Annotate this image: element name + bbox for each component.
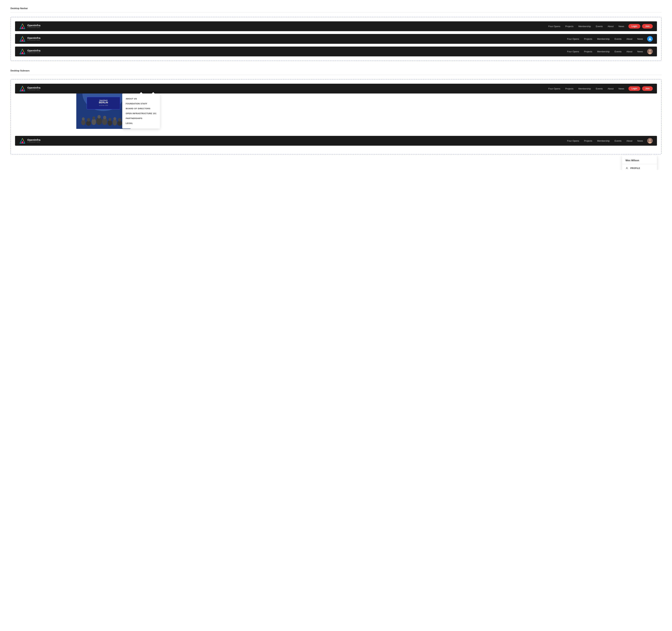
svg-point-27: [92, 116, 95, 120]
person-icon: [625, 167, 628, 170]
nav-news-s1[interactable]: News: [619, 87, 624, 90]
nav-projects-s1[interactable]: Projects: [565, 87, 574, 90]
nav-about-2[interactable]: About: [626, 38, 632, 40]
about-dropdown-area: OpenStack BERLIN 13-15 Nov. 2018: [15, 93, 657, 129]
navbar-logged-out: OpenInfra FOUNDATION Four Opens Projects…: [15, 21, 657, 31]
nav-links-s1: Four Opens Projects Membership Events Ab…: [548, 87, 624, 90]
subnav-examples-container: OpenInfra FOUNDATION Four Opens Projects…: [10, 79, 662, 155]
svg-point-36: [117, 121, 122, 126]
logo-text-s2: OpenInfra FOUNDATION: [27, 139, 41, 143]
nav-projects-s2[interactable]: Projects: [584, 140, 592, 142]
nav-links-1: Four Opens Projects Membership Events Ab…: [548, 25, 624, 28]
svg-line-2: [22, 24, 24, 27]
svg-marker-41: [21, 141, 24, 143]
join-button-s1[interactable]: Join: [642, 86, 653, 91]
navbar-logged-in-generic: OpenInfra FOUNDATION Four Opens Projects…: [15, 34, 657, 44]
nav-events-1[interactable]: Events: [596, 25, 603, 28]
nav-projects-3[interactable]: Projects: [584, 50, 592, 53]
nav-membership-1[interactable]: Membership: [578, 25, 591, 28]
avatar-photo-s2[interactable]: [647, 138, 653, 144]
logo-icon-s2: [19, 138, 26, 144]
svg-point-12: [648, 52, 651, 54]
dropdown-open-infra-101[interactable]: OPEN INFRASTRUCTURE 101: [122, 111, 160, 116]
logo-icon-3: [19, 48, 26, 55]
nav-events-3[interactable]: Events: [615, 50, 622, 53]
svg-point-25: [87, 118, 90, 121]
logo-text-1: OpenInfra FOUNDATION: [27, 24, 41, 28]
svg-line-15: [22, 86, 24, 89]
svg-line-42: [22, 138, 24, 141]
dropdown-foundation-staff[interactable]: FOUNDATION STAFF: [122, 101, 160, 106]
nav-actions-3: [647, 49, 653, 54]
nav-four-opens-3[interactable]: Four Opens: [567, 50, 579, 53]
profile-item-profile[interactable]: PROFILE: [622, 165, 657, 170]
nav-four-opens-1[interactable]: Four Opens: [548, 25, 560, 28]
nav-membership-2[interactable]: Membership: [597, 38, 610, 40]
subnav-profile-dropdown: OpenInfra FOUNDATION Four Opens Projects…: [15, 136, 657, 146]
svg-text:13-15 Nov. 2018: 13-15 Nov. 2018: [99, 105, 108, 106]
nav-about-1[interactable]: About: [607, 25, 614, 28]
logo-text-s1: OpenInfra FOUNDATION: [27, 86, 41, 91]
navbar-subnav-1: OpenInfra FOUNDATION Four Opens Projects…: [15, 84, 657, 93]
nav-membership-s2[interactable]: Membership: [597, 140, 610, 142]
nav-links-s2: Four Opens Projects Membership Events Ab…: [567, 140, 643, 142]
logo-icon-s1: [19, 86, 26, 92]
avatar-generic[interactable]: [647, 36, 653, 42]
navbar-logged-in-photo: OpenInfra FOUNDATION Four Opens Projects…: [15, 47, 657, 56]
profile-user-name: Wes Wilson: [622, 158, 657, 164]
nav-events-2[interactable]: Events: [615, 38, 622, 40]
nav-links-2: Four Opens Projects Membership Events Ab…: [567, 38, 643, 40]
logo-text-3: OpenInfra FOUNDATION: [27, 49, 41, 53]
logo-text-2: OpenInfra FOUNDATION: [27, 37, 41, 41]
svg-line-9: [22, 49, 24, 52]
subnav-about-dropdown: OpenInfra FOUNDATION Four Opens Projects…: [15, 84, 657, 129]
nav-membership-3[interactable]: Membership: [597, 50, 610, 53]
login-button-1[interactable]: Login: [628, 24, 641, 28]
nav-about-3[interactable]: About: [626, 50, 632, 53]
about-dropdown-menu: ABOUT US FOUNDATION STAFF BOARD OF DIREC…: [122, 93, 160, 128]
avatar-photo[interactable]: [647, 49, 653, 54]
svg-point-11: [649, 50, 651, 52]
logo-area-3[interactable]: OpenInfra FOUNDATION: [19, 48, 41, 55]
nav-events-s2[interactable]: Events: [615, 140, 622, 142]
nav-about-s1[interactable]: About: [607, 87, 614, 90]
svg-point-35: [113, 117, 116, 120]
logo-area-1[interactable]: OpenInfra FOUNDATION: [19, 23, 41, 29]
nav-projects-2[interactable]: Projects: [584, 38, 592, 40]
dropdown-about-us[interactable]: ABOUT US: [122, 96, 160, 101]
nav-actions-s2: [647, 138, 653, 144]
svg-point-37: [118, 118, 121, 121]
logo-area-s2[interactable]: OpenInfra FOUNDATION: [19, 138, 41, 144]
nav-news-2[interactable]: News: [637, 38, 643, 40]
desktop-navbar-section: Desktop Navbar OpenInfra FOUNDATION: [10, 7, 662, 61]
nav-news-s2[interactable]: News: [637, 140, 643, 142]
svg-point-46: [626, 167, 627, 168]
dropdown-legal[interactable]: LEGAL: [122, 121, 160, 126]
nav-projects-1[interactable]: Projects: [565, 25, 574, 28]
svg-marker-4: [21, 39, 24, 41]
svg-point-24: [86, 121, 91, 126]
nav-membership-s1[interactable]: Membership: [578, 87, 591, 90]
nav-news-3[interactable]: News: [637, 50, 643, 53]
dropdown-partnerships[interactable]: PARTNERSHIPS: [122, 116, 160, 121]
nav-news-1[interactable]: News: [619, 25, 624, 28]
nav-four-opens-2[interactable]: Four Opens: [567, 38, 579, 40]
nav-actions-1: Login Join: [628, 24, 653, 28]
join-button-1[interactable]: Join: [642, 24, 653, 28]
svg-text:BERLIN: BERLIN: [99, 101, 108, 104]
section-title-subnavs: Desktop Subnavs: [10, 69, 662, 72]
navbar-subnav-2: OpenInfra FOUNDATION Four Opens Projects…: [15, 136, 657, 146]
section-title-navbar: Desktop Navbar: [10, 7, 662, 9]
desktop-subnavs-section: Desktop Subnavs OpenInfra FOUNDATION: [10, 69, 662, 155]
logo-area-s1[interactable]: OpenInfra FOUNDATION: [19, 86, 41, 92]
logo-area-2[interactable]: OpenInfra FOUNDATION: [19, 36, 41, 42]
nav-events-s1[interactable]: Events: [596, 87, 603, 90]
svg-marker-8: [21, 51, 24, 54]
svg-point-31: [103, 116, 106, 119]
dropdown-board-directors[interactable]: BOARD OF DIRECTORS: [122, 106, 160, 111]
nav-about-s2[interactable]: About: [626, 140, 632, 142]
nav-four-opens-s1[interactable]: Four Opens: [548, 87, 560, 90]
nav-four-opens-s2[interactable]: Four Opens: [567, 140, 579, 142]
logo-icon-2: [19, 36, 26, 42]
login-button-s1[interactable]: Login: [628, 86, 641, 91]
